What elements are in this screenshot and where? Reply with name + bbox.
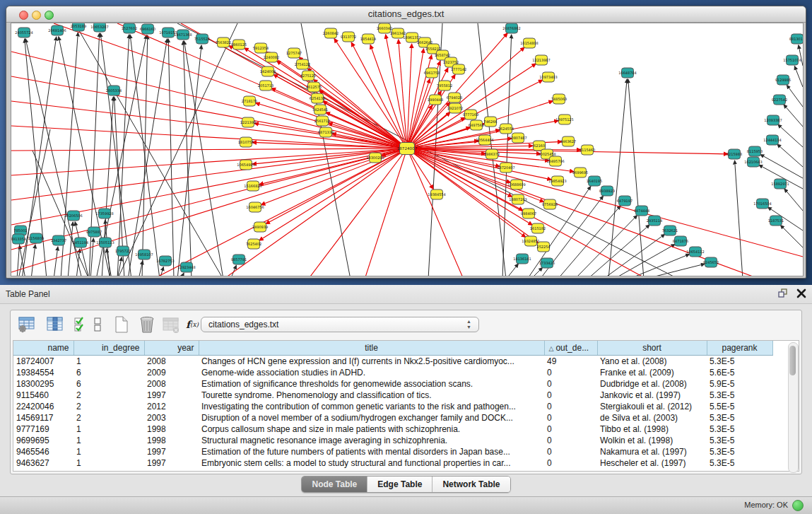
table-cell[interactable]: 5.5E-5 — [707, 401, 772, 412]
network-node[interactable]: 1615182 — [530, 223, 546, 233]
network-node[interactable]: 8115953 — [747, 146, 763, 156]
network-node[interactable]: 1777142 — [451, 64, 466, 74]
network-node[interactable]: 16046756 — [246, 202, 264, 212]
table-cell[interactable]: Structural magnetic resonance image aver… — [199, 435, 544, 446]
network-node[interactable]: 6479197 — [617, 196, 632, 206]
network-node[interactable]: 1187531 — [768, 216, 784, 226]
network-node[interactable]: 8471876 — [673, 236, 688, 246]
table-cell[interactable]: 5.9E-5 — [707, 378, 772, 390]
float-window-icon[interactable] — [777, 288, 788, 299]
network-edge[interactable] — [181, 273, 184, 276]
column-header-outde[interactable]: △out_de... — [544, 341, 597, 356]
network-node[interactable]: 17016504 — [753, 199, 771, 209]
network-node[interactable]: 6961758 — [424, 68, 440, 78]
network-edge[interactable] — [90, 238, 93, 276]
network-edge[interactable] — [168, 39, 174, 276]
network-node[interactable]: 18724007 — [397, 143, 418, 155]
table-cell[interactable]: 0 — [544, 390, 597, 401]
network-edge[interactable] — [799, 45, 803, 66]
column-header-pagerank[interactable]: pagerank — [707, 341, 772, 356]
network-node[interactable]: 1527602 — [122, 23, 137, 33]
column-header-short[interactable]: short — [597, 341, 707, 356]
network-node[interactable]: 2490939 — [252, 222, 268, 232]
table-cell[interactable]: Yano et al. (2008) — [597, 356, 707, 368]
network-node[interactable]: 2935114 — [647, 216, 662, 226]
table-cell[interactable]: 2012 — [144, 401, 199, 412]
column-header-indegree[interactable]: in_degree — [73, 341, 144, 356]
network-node[interactable]: 16154808 — [520, 38, 538, 48]
network-node[interactable]: 16782753 — [156, 256, 174, 266]
network-node[interactable]: 10688609 — [507, 180, 525, 189]
network-node[interactable]: 18807293 — [509, 194, 526, 204]
network-node[interactable]: 7625402 — [246, 239, 261, 249]
network-node[interactable]: 1854414 — [360, 34, 376, 44]
network-edge[interactable] — [407, 148, 728, 154]
network-node[interactable]: 10654985 — [237, 160, 254, 170]
network-node[interactable]: 13975125 — [555, 115, 573, 124]
network-node[interactable]: 3624554 — [498, 124, 514, 134]
network-edge[interactable] — [11, 148, 407, 151]
table-row[interactable]: 1938455462009Genome-wide association stu… — [13, 367, 772, 378]
network-node[interactable]: 14136141 — [513, 254, 531, 264]
table-cell[interactable]: 1998 — [144, 424, 199, 435]
network-node[interactable]: 6254131 — [310, 93, 325, 103]
table-cell[interactable]: Investigating the contribution of common… — [199, 401, 544, 412]
network-node[interactable]: 8938923 — [599, 186, 615, 196]
network-edge[interactable] — [502, 35, 512, 276]
network-node[interactable]: 2754122 — [295, 59, 310, 69]
table-cell[interactable]: Genome-wide association studies in ADHD. — [199, 367, 544, 378]
table-cell[interactable]: Embryonic stem cells: a model to study s… — [199, 457, 544, 469]
network-node[interactable]: 24055724 — [15, 28, 33, 37]
network-node[interactable]: 12444134 — [763, 135, 781, 145]
table-cell[interactable]: de Silva et al. (2003) — [597, 412, 707, 424]
table-cell[interactable]: Estimation of significance thresholds fo… — [199, 378, 544, 390]
tab-network-table[interactable]: Network Table — [433, 477, 510, 492]
network-node[interactable]: 7485063 — [551, 94, 567, 104]
network-edge[interactable] — [784, 189, 803, 211]
table-cell[interactable]: Dudbridge et al. (2008) — [597, 378, 707, 390]
tab-edge-table[interactable]: Edge Table — [367, 477, 433, 492]
tab-node-table[interactable]: Node Table — [302, 477, 367, 492]
network-node[interactable]: 7515526 — [194, 34, 210, 44]
table-cell[interactable]: 2 — [73, 390, 144, 401]
network-node[interactable]: 2805334 — [106, 86, 122, 95]
network-node[interactable]: 2053189 — [71, 23, 86, 31]
network-edge[interactable] — [407, 148, 523, 211]
table-cell[interactable]: Jankovic et al. (1997) — [597, 390, 707, 401]
network-node[interactable]: 8215988 — [726, 149, 742, 159]
network-node[interactable]: 20206506 — [64, 211, 82, 221]
table-cell[interactable]: 2009 — [144, 367, 199, 378]
table-cell[interactable]: 5.3E-5 — [707, 457, 772, 469]
table-row[interactable]: 946554611997Estimation of the future num… — [13, 446, 772, 457]
table-cell[interactable]: Corpus callosum shape and size in male p… — [199, 424, 544, 435]
network-node[interactable]: 2240082 — [264, 52, 279, 62]
network-edge[interactable] — [628, 79, 644, 276]
table-cell[interactable]: 1997 — [144, 457, 199, 469]
table-cell[interactable]: 1 — [73, 457, 144, 469]
network-node[interactable]: 6794028 — [447, 93, 462, 103]
network-node[interactable]: 10653287 — [90, 23, 108, 32]
column-header-title[interactable]: title — [199, 341, 544, 356]
network-node[interactable]: 7955812 — [437, 81, 452, 90]
network-edge[interactable] — [735, 160, 743, 276]
table-cell[interactable]: Franke et al. (2009) — [597, 367, 707, 378]
network-edge[interactable] — [54, 247, 58, 276]
network-node[interactable]: 1156809 — [28, 233, 44, 243]
table-cell[interactable]: Changes of HCN gene expression and I(f) … — [199, 356, 544, 368]
network-node[interactable]: 1921072 — [447, 103, 463, 113]
network-node[interactable]: 12923448 — [177, 262, 195, 272]
network-edge[interactable] — [777, 144, 803, 167]
table-cell[interactable]: 9465546 — [13, 446, 73, 457]
close-panel-icon[interactable] — [796, 288, 806, 298]
table-row[interactable]: 2242004622012Investigating the contribut… — [13, 401, 772, 412]
table-cell[interactable]: Estimation of the future numbers of pati… — [199, 446, 544, 457]
network-edge[interactable] — [256, 103, 407, 148]
network-node[interactable]: 16648784 — [618, 68, 636, 78]
network-edge[interactable] — [575, 215, 637, 276]
table-scrollbar-thumb[interactable] — [789, 346, 796, 375]
node-table[interactable]: namein_degreeyeartitle△out_de...shortpag… — [13, 340, 799, 472]
network-node[interactable]: 7986372 — [484, 149, 500, 159]
network-edge[interactable] — [31, 245, 35, 276]
table-cell[interactable]: 9777169 — [13, 424, 73, 435]
network-node[interactable]: 746266 — [483, 117, 497, 127]
